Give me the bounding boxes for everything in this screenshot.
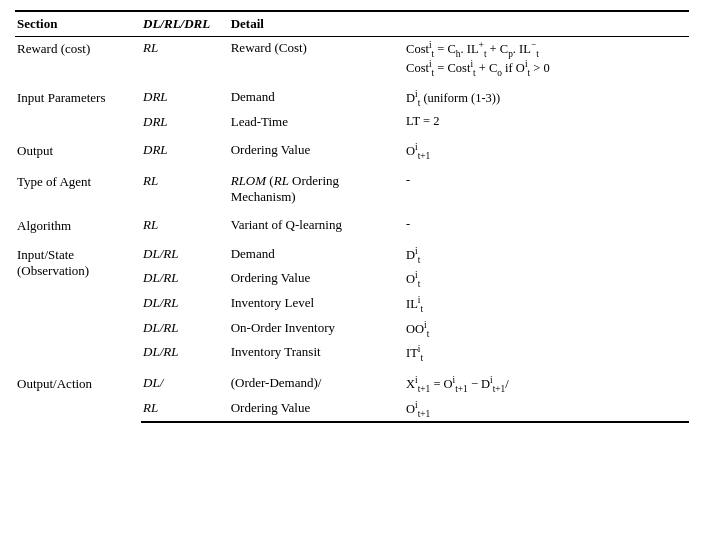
dlrl-cell: DL/RL [141, 317, 229, 342]
table-row: AlgorithmRLVariant of Q-learning- [15, 214, 689, 237]
section-cell: Output/Action [15, 372, 141, 422]
header-dlrl: DL/RL/DRL [141, 11, 229, 37]
formula-cell: ITit [404, 341, 689, 366]
detail-cell: (Order-Demand)/ [229, 372, 404, 397]
header-section: Section [15, 11, 141, 37]
detail-cell: Ordering Value [229, 139, 404, 164]
table-row: Input ParametersDRLDemandDit (uniform (1… [15, 86, 689, 111]
section-cell: Input Parameters [15, 86, 141, 133]
table-row: Input/State (Observation)DL/RLDemandDit [15, 243, 689, 268]
header-row: Section DL/RL/DRL Detail [15, 11, 689, 37]
detail-cell: Inventory Transit [229, 341, 404, 366]
detail-cell: Lead-Time [229, 111, 404, 133]
main-table: Section DL/RL/DRL Detail Reward (cost)RL… [15, 10, 689, 423]
detail-cell: Inventory Level [229, 292, 404, 317]
detail-cell: On-Order Inventory [229, 317, 404, 342]
formula-cell: OOit [404, 317, 689, 342]
formula-cell: ILit [404, 292, 689, 317]
dlrl-cell: RL [141, 170, 229, 208]
detail-cell: Demand [229, 243, 404, 268]
section-cell: Reward (cost) [15, 37, 141, 81]
table-row: Type of AgentRLRLOM (RL Ordering Mechani… [15, 170, 689, 208]
table-row: OutputDRLOrdering ValueOit+1 [15, 139, 689, 164]
header-formula [404, 11, 689, 37]
formula-cell: Dit (uniform (1-3)) [404, 86, 689, 111]
formula-cell: Oit+1 [404, 397, 689, 423]
section-cell: Input/State (Observation) [15, 243, 141, 366]
table-row: Reward (cost)RLReward (Cost)Costit = Ch.… [15, 37, 689, 81]
detail-cell: Demand [229, 86, 404, 111]
section-cell: Algorithm [15, 214, 141, 237]
dlrl-cell: DL/RL [141, 292, 229, 317]
formula-cell: Xit+1 = Oit+1 − Dit+1/ [404, 372, 689, 397]
dlrl-cell: RL [141, 214, 229, 237]
detail-cell: Variant of Q-learning [229, 214, 404, 237]
section-cell: Output [15, 139, 141, 164]
dlrl-cell: DL/RL [141, 267, 229, 292]
dlrl-cell: RL [141, 37, 229, 81]
dlrl-cell: DL/RL [141, 243, 229, 268]
formula-cell: Oit+1 [404, 139, 689, 164]
table-row: Output/ActionDL/(Order-Demand)/Xit+1 = O… [15, 372, 689, 397]
dlrl-cell: DL/RL [141, 341, 229, 366]
dlrl-cell: DL/ [141, 372, 229, 397]
header-detail: Detail [229, 11, 404, 37]
dlrl-cell: RL [141, 397, 229, 423]
formula-cell: LT = 2 [404, 111, 689, 133]
dlrl-cell: DRL [141, 86, 229, 111]
section-cell: Type of Agent [15, 170, 141, 208]
dlrl-cell: DRL [141, 111, 229, 133]
detail-cell: Ordering Value [229, 397, 404, 423]
formula-cell: - [404, 170, 689, 208]
detail-cell: Reward (Cost) [229, 37, 404, 81]
detail-cell: RLOM (RL Ordering Mechanism) [229, 170, 404, 208]
detail-cell: Ordering Value [229, 267, 404, 292]
formula-cell: Costit = Ch. IL+t + Cp. IL−tCostit = Cos… [404, 37, 689, 81]
formula-cell: Oit [404, 267, 689, 292]
formula-cell: Dit [404, 243, 689, 268]
formula-cell: - [404, 214, 689, 237]
dlrl-cell: DRL [141, 139, 229, 164]
